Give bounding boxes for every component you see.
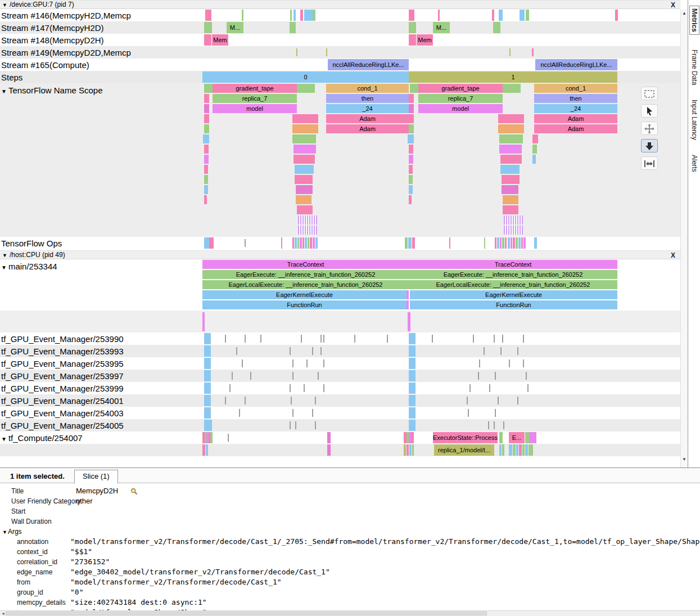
side-tab-alerts[interactable]: Alerts [690,155,698,172]
trace-slice[interactable] [498,124,524,133]
side-tab-input-latency[interactable]: Input Latency [690,100,698,140]
trace-slice[interactable] [488,421,489,429]
trace-slice[interactable] [290,421,291,429]
slice-eagerkernelexecute[interactable]: EagerKernelExecute [410,290,617,299]
trace-slice[interactable] [523,335,524,343]
args-collapse-icon[interactable]: ▼ [2,529,7,535]
trace-slice[interactable] [202,312,205,331]
marquee-select-tool[interactable] [641,87,658,100]
trace-slice[interactable] [404,444,406,456]
trace-slice[interactable] [204,370,211,381]
slice-e[interactable]: E... [509,432,525,443]
trace-slice[interactable] [409,195,412,204]
trace-slice[interactable] [232,372,233,380]
trace-slice[interactable] [410,84,418,93]
trace-slice[interactable] [469,384,471,392]
trace-slice[interactable] [489,384,490,392]
trace-slice[interactable] [432,335,433,343]
trace-slice[interactable] [295,175,313,184]
cpu-close-button[interactable]: X [671,251,675,259]
trace-slice[interactable] [313,237,315,249]
collapse-icon[interactable]: ▼ [1,88,7,95]
trace-slice[interactable] [503,84,521,93]
trace-slice[interactable] [409,94,414,103]
trace-slice[interactable] [242,359,243,367]
trace-slice[interactable] [527,384,529,392]
track-label-main[interactable]: ▼main/253344 [1,262,57,271]
trace-slice[interactable] [296,48,297,56]
trace-slice[interactable] [290,22,296,33]
trace-slice[interactable] [323,384,324,392]
trace-slice[interactable] [503,205,518,214]
slice-functionrun[interactable]: FunctionRun [202,300,407,309]
slice-then[interactable]: then [326,94,409,103]
trace-slice[interactable] [209,237,214,249]
trace-slice[interactable] [313,10,315,21]
trace-slice[interactable] [297,84,315,93]
trace-slice[interactable] [499,10,503,21]
trace-slice[interactable] [242,10,243,21]
trace-slice[interactable] [532,155,536,164]
trace-slice[interactable] [292,359,293,367]
trace-slice[interactable] [204,345,211,357]
trace-slice[interactable] [520,10,525,21]
trace-slice[interactable] [529,444,533,456]
gpu-close-button[interactable]: X [671,1,675,9]
trace-slice[interactable] [204,358,211,369]
trace-slice[interactable] [292,372,293,380]
trace-slice[interactable] [315,237,318,249]
trace-slice[interactable] [526,372,527,380]
trace-slice[interactable] [204,333,211,344]
trace-slice[interactable] [204,145,209,154]
trace-slice[interactable] [281,237,282,249]
trace-slice[interactable] [323,335,324,343]
trace-slice[interactable] [204,124,209,133]
collapse-icon[interactable]: ▼ [1,436,7,442]
trace-slice[interactable] [409,383,416,394]
trace-slice[interactable] [295,237,297,249]
trace-slice[interactable] [504,215,523,224]
slice-model[interactable]: model [418,104,503,113]
collapse-icon[interactable]: ▼ [1,264,7,271]
trace-slice[interactable] [479,359,480,367]
trace-slice[interactable] [409,22,416,33]
slice-mem[interactable]: Mem [417,34,433,46]
trace-slice[interactable] [236,347,237,355]
trace-slice[interactable] [522,444,525,456]
trace-slice[interactable] [312,347,313,355]
trace-slice[interactable] [239,409,240,417]
slice-ncclallreduceringllke[interactable]: ncclAllReduceRingLLKe... [328,59,409,70]
trace-slice[interactable] [305,237,307,249]
trace-slice[interactable] [206,444,208,456]
slice-24[interactable]: _24 [534,104,617,113]
trace-slice[interactable] [519,444,522,456]
trace-slice[interactable] [408,134,414,143]
trace-slice[interactable] [615,10,618,21]
trace-slice[interactable] [202,444,205,456]
trace-slice[interactable] [204,175,208,184]
trace-slice[interactable] [495,237,496,249]
trace-slice[interactable] [204,155,209,164]
slice-replica-7[interactable]: replica_7 [418,94,503,103]
horizontal-expand-tool[interactable] [641,156,658,170]
trace-slice[interactable] [523,359,524,367]
trace-slice[interactable] [495,372,496,380]
slice-executorstate-process[interactable]: ExecutorState::Process [433,432,498,443]
slice-eagerexecute-inference-train-function-260252[interactable]: EagerExecute: __inference_train_function… [409,270,617,279]
track-label-name-scope[interactable]: ▼TensorFlow Name Scope [1,86,102,95]
slice-m[interactable]: M... [433,22,450,33]
slice-then[interactable]: then [534,94,617,103]
trace-slice[interactable] [495,409,496,417]
trace-slice[interactable] [250,372,251,380]
trace-slice[interactable] [509,444,512,456]
slice-adam[interactable]: Adam [534,114,617,123]
trace-slice[interactable] [409,145,413,154]
slice-cond-1[interactable]: cond_1 [534,84,617,93]
trace-slice[interactable] [500,165,520,174]
trace-slice[interactable] [526,10,529,21]
trace-slice[interactable] [513,444,516,456]
trace-slice[interactable] [513,237,515,249]
trace-slice[interactable] [484,237,485,249]
trace-slice[interactable] [502,335,503,343]
trace-slice[interactable] [409,358,416,369]
